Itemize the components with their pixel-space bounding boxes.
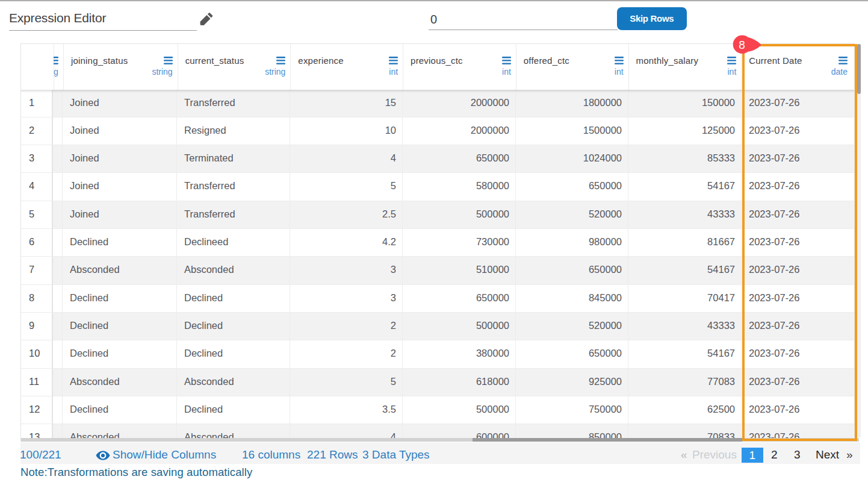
svg-text:8: 8 (739, 39, 745, 51)
